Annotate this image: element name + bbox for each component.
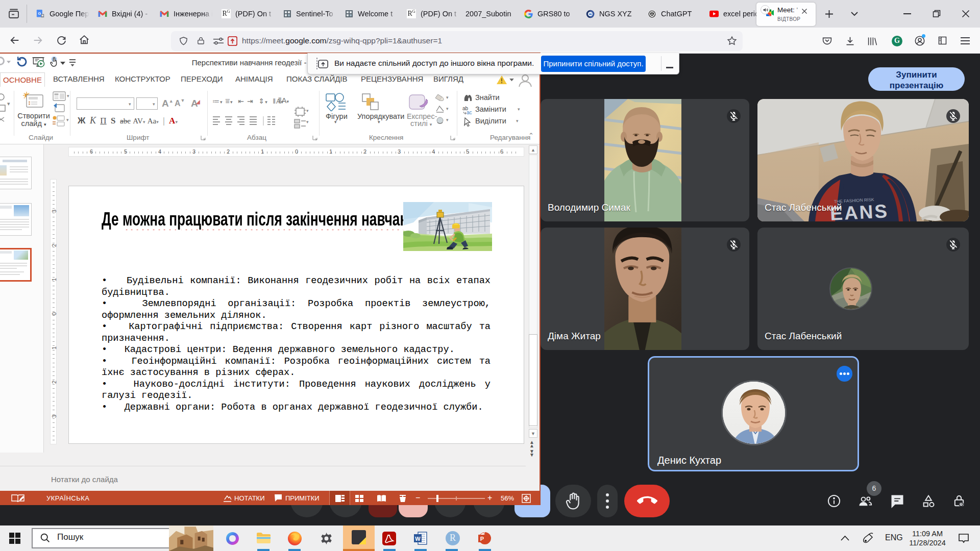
svg-text:✦: ✦: [41, 14, 44, 17]
svg-text:ac: ac: [467, 110, 472, 115]
svg-text:W: W: [415, 536, 421, 542]
svg-text:G: G: [38, 11, 41, 15]
svg-text:P: P: [480, 536, 484, 542]
